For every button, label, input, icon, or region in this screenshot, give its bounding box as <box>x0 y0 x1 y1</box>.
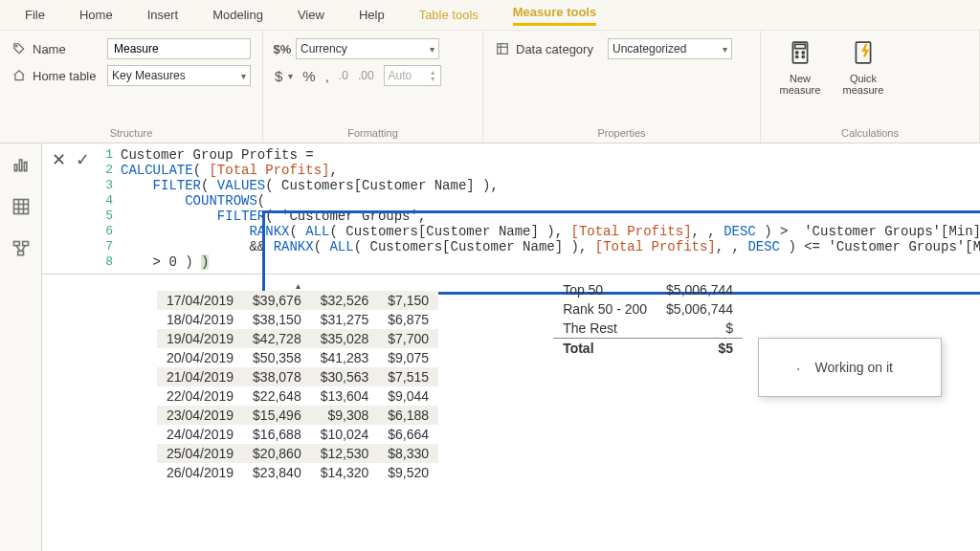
chevron-down-icon: ▾ <box>723 44 727 55</box>
right-visual[interactable]: Top 50$5,006,744 Rank 50 - 200$5,006,744… <box>553 280 743 551</box>
svg-rect-1 <box>498 44 508 55</box>
table-row: 23/04/2019$15,496$9,308$6,188 <box>157 406 438 425</box>
menubar: File Home Insert Modeling View Help Tabl… <box>0 0 980 31</box>
menu-insert[interactable]: Insert <box>130 2 196 28</box>
svg-point-6 <box>796 52 798 54</box>
working-tooltip: Working on it <box>758 338 942 397</box>
decimals-select[interactable]: Auto ▲▼ <box>384 65 441 86</box>
format-value: Currency <box>301 42 347 55</box>
menu-file[interactable]: File <box>8 2 62 28</box>
ribbon-group-structure: Name Home table Key Measures ▾ Structure <box>0 31 263 143</box>
new-measure-button[interactable]: New measure <box>772 38 828 96</box>
format-icon: $% <box>275 41 290 56</box>
menu-home[interactable]: Home <box>62 2 130 28</box>
home-table-label: Home table <box>33 69 101 83</box>
calculator-icon <box>788 40 813 71</box>
percent-button[interactable]: % <box>302 68 315 84</box>
ribbon-group-formatting: $% Currency ▾ $▾ % , .0 .00 Auto ▲▼ Form… <box>263 31 483 143</box>
ribbon-group-calculations: New measure Quick measure Calculations <box>761 31 980 143</box>
table-row: 24/04/2019$16,688$10,024$6,664 <box>157 425 438 444</box>
report-canvas: ▴ 17/04/2019$39,676$32,526$7,150 18/04/2… <box>42 275 980 551</box>
svg-rect-12 <box>19 160 22 171</box>
quick-measure-icon <box>851 40 876 71</box>
home-table-icon <box>11 68 27 83</box>
data-view-icon[interactable] <box>10 195 33 218</box>
table-row: 26/04/2019$23,840$14,320$9,520 <box>157 463 438 482</box>
group-table: Top 50$5,006,744 Rank 50 - 200$5,006,744… <box>553 280 743 358</box>
svg-line-23 <box>21 246 24 252</box>
cancel-formula-icon[interactable]: ✕ <box>52 149 66 170</box>
ribbon-group-properties: Data category Uncategorized ▾ Properties <box>483 31 761 143</box>
date-table: 17/04/2019$39,676$32,526$7,150 18/04/201… <box>157 291 438 482</box>
comma-button[interactable]: , <box>325 68 329 84</box>
name-input[interactable] <box>107 38 251 59</box>
work-area: ✕ ✓ 1Customer Group Profits = 2CALCULATE… <box>42 143 980 551</box>
table-row: 22/04/2019$22,648$13,604$9,044 <box>157 386 438 406</box>
decimals-value: Auto <box>389 69 412 82</box>
group-label-calculations: Calculations <box>772 127 968 139</box>
svg-rect-10 <box>856 42 870 63</box>
table-row: 18/04/2019$38,150$31,275$6,875 <box>157 310 438 329</box>
tag-icon <box>11 41 27 56</box>
group-label-structure: Structure <box>11 127 251 139</box>
commit-formula-icon[interactable]: ✓ <box>76 149 90 170</box>
table-row: The Rest$ <box>553 319 743 339</box>
report-view-icon[interactable] <box>10 153 33 176</box>
ribbon: Name Home table Key Measures ▾ Structure… <box>0 31 980 143</box>
table-row-total: Total$5 <box>553 339 743 359</box>
decimal-increase-button[interactable]: .00 <box>358 69 374 82</box>
table-row: 20/04/2019$50,358$41,283$9,075 <box>157 348 438 367</box>
menu-help[interactable]: Help <box>342 2 402 28</box>
model-view-icon[interactable] <box>10 237 33 260</box>
menu-table-tools[interactable]: Table tools <box>402 2 496 28</box>
left-visual[interactable]: ▴ 17/04/2019$39,676$32,526$7,150 18/04/2… <box>157 280 438 551</box>
svg-rect-21 <box>17 252 23 255</box>
table-row: 19/04/2019$42,728$35,028$7,700 <box>157 329 438 348</box>
scroll-up-icon[interactable]: ▴ <box>157 280 438 291</box>
formula-bar: ✕ ✓ 1Customer Group Profits = 2CALCULATE… <box>42 143 980 275</box>
svg-rect-20 <box>22 242 28 246</box>
svg-rect-5 <box>795 44 806 48</box>
home-table-select[interactable]: Key Measures ▾ <box>107 65 251 86</box>
menu-view[interactable]: View <box>280 2 342 28</box>
svg-point-9 <box>802 55 804 57</box>
table-row: 25/04/2019$20,860$12,530$8,330 <box>157 444 438 463</box>
new-measure-label: New measure <box>772 73 828 96</box>
data-category-icon <box>495 41 510 56</box>
svg-point-7 <box>802 52 804 54</box>
table-row: Rank 50 - 200$5,006,744 <box>553 299 743 319</box>
spinner-icon: ▲▼ <box>430 69 436 82</box>
view-sidebar <box>0 143 42 551</box>
svg-point-8 <box>796 55 798 57</box>
table-row: 17/04/2019$39,676$32,526$7,150 <box>157 291 438 310</box>
format-select[interactable]: Currency ▾ <box>296 38 439 59</box>
decimal-decrease-button[interactable]: .0 <box>339 69 348 82</box>
data-category-label: Data category <box>516 42 602 56</box>
formula-editor[interactable]: 1Customer Group Profits = 2CALCULATE( [T… <box>100 143 980 274</box>
quick-measure-button[interactable]: Quick measure <box>835 38 891 96</box>
name-label: Name <box>33 42 101 56</box>
svg-line-22 <box>16 246 20 252</box>
tooltip-text: Working on it <box>815 360 893 375</box>
table-row: 21/04/2019$38,078$30,563$7,515 <box>157 367 438 386</box>
group-label-formatting: Formatting <box>275 127 471 139</box>
table-row: Top 50$5,006,744 <box>553 280 743 299</box>
data-category-value: Uncategorized <box>612 42 686 55</box>
menu-modeling[interactable]: Modeling <box>195 2 280 28</box>
home-table-value: Key Measures <box>112 69 186 82</box>
chevron-down-icon: ▾ <box>241 71 246 81</box>
svg-rect-13 <box>24 163 27 171</box>
currency-button[interactable]: $▾ <box>275 68 293 84</box>
svg-rect-11 <box>14 165 17 171</box>
group-label-properties: Properties <box>495 127 748 139</box>
quick-measure-label: Quick measure <box>835 73 891 96</box>
chevron-down-icon: ▾ <box>430 44 434 55</box>
svg-rect-14 <box>13 200 28 214</box>
menu-measure-tools[interactable]: Measure tools <box>496 0 613 32</box>
main: ✕ ✓ 1Customer Group Profits = 2CALCULATE… <box>0 143 980 551</box>
svg-point-0 <box>15 45 17 47</box>
svg-rect-19 <box>13 242 19 246</box>
data-category-select[interactable]: Uncategorized ▾ <box>608 38 732 59</box>
